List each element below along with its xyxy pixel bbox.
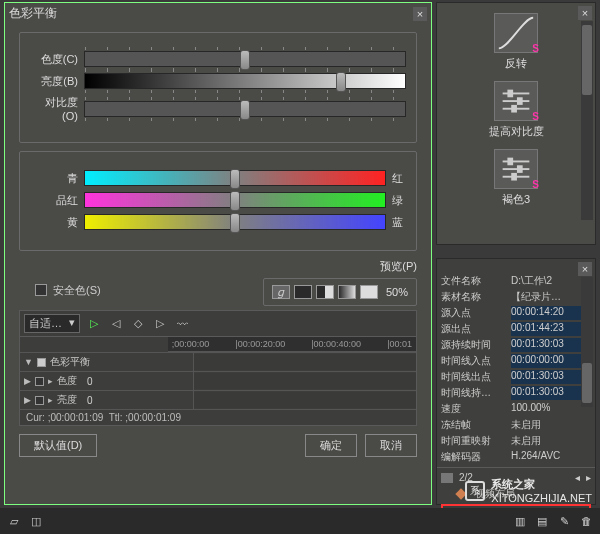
safe-color-label: 安全色(S) xyxy=(53,283,101,298)
expand-icon[interactable]: ▶ xyxy=(24,376,31,386)
info-row: 时间线出点00:01:30:03 xyxy=(437,369,595,385)
fit-dropdown[interactable]: 自适…▾ xyxy=(24,314,80,333)
preset-name: 提高对比度 xyxy=(489,124,544,139)
track-value: 0 xyxy=(87,395,93,406)
track-name: 色度 xyxy=(57,374,77,388)
clip-info-panel: × 文件名称D:\工作\2 素材名称【纪录片… 源入点00:00:14:20 源… xyxy=(436,258,596,505)
svg-rect-11 xyxy=(512,174,516,180)
blue-label: 蓝 xyxy=(386,215,406,230)
default-button[interactable]: 默认值(D) xyxy=(19,434,97,457)
yellow-label: 黄 xyxy=(30,215,84,230)
preset-item[interactable]: S 反转 xyxy=(437,13,595,71)
contrast-thumb[interactable] xyxy=(240,100,250,120)
prev-page-icon[interactable]: ◂ xyxy=(575,472,580,483)
preview-mode-split-icon[interactable] xyxy=(316,285,334,299)
info-row: 速度100.00% xyxy=(437,401,595,417)
diamond-icon xyxy=(455,488,466,499)
yellow-blue-thumb[interactable] xyxy=(230,213,240,233)
info-row: 源持续时间00:01:30:03 xyxy=(437,337,595,353)
prev-key-icon[interactable]: ◁ xyxy=(108,317,124,331)
brightness-thumb[interactable] xyxy=(336,72,346,92)
brightness-slider[interactable] xyxy=(84,73,406,89)
tool-icon[interactable]: ▱ xyxy=(6,514,22,528)
page-icon[interactable] xyxy=(441,473,453,483)
info-row: 时间线持…00:01:30:03 xyxy=(437,385,595,401)
scrollbar-thumb[interactable] xyxy=(582,363,592,403)
info-row: 时间线入点00:00:00:00 xyxy=(437,353,595,369)
next-page-icon[interactable]: ▸ xyxy=(586,472,591,483)
chroma-thumb[interactable] xyxy=(240,50,250,70)
tool-icon[interactable]: ▥ xyxy=(512,514,528,528)
scrollbar[interactable] xyxy=(581,21,593,220)
tool-icon[interactable]: ✎ xyxy=(556,514,572,528)
preview-percent[interactable]: 50% xyxy=(382,286,408,298)
track-row[interactable]: ▼ 色彩平衡 xyxy=(20,353,416,372)
preset-curve-icon: S xyxy=(494,13,538,53)
track-name: 亮度 xyxy=(57,393,77,407)
close-icon[interactable]: × xyxy=(578,6,592,20)
chevron-right-icon[interactable]: ▸ xyxy=(48,395,53,405)
track-checkbox[interactable] xyxy=(37,358,46,367)
info-row: 素材名称【纪录片… xyxy=(437,289,595,305)
close-icon[interactable]: × xyxy=(578,262,592,276)
add-key-icon[interactable]: ◇ xyxy=(130,317,146,331)
timeline-ruler-row[interactable]: x ;00:00:00 |00:00:20:00 |00:00:40:00 |0… xyxy=(20,337,416,353)
svg-rect-10 xyxy=(518,166,522,172)
green-label: 绿 xyxy=(386,193,406,208)
cyan-red-slider[interactable] xyxy=(84,170,386,186)
timeline-ruler[interactable]: ;00:00:00 |00:00:20:00 |00:00:40:00 |00:… xyxy=(168,337,416,352)
chroma-slider[interactable] xyxy=(84,51,406,67)
ruler-tick: |00:00:20:00 xyxy=(235,339,285,349)
preset-name: 褐色3 xyxy=(502,192,530,207)
magenta-label: 品红 xyxy=(30,193,84,208)
yellow-blue-slider[interactable] xyxy=(84,214,386,230)
scrollbar-thumb[interactable] xyxy=(582,25,592,95)
graph-icon[interactable]: 〰 xyxy=(174,317,190,331)
track-value: 0 xyxy=(87,376,93,387)
red-label: 红 xyxy=(386,171,406,186)
preview-mode-fade-icon[interactable] xyxy=(338,285,356,299)
preview-mode-result-icon[interactable] xyxy=(360,285,378,299)
track-row[interactable]: ▶ ▸ 色度 0 xyxy=(20,372,416,391)
video-layout-row[interactable]: 视频布局 xyxy=(437,485,595,503)
keyframe-timeline: x ;00:00:00 |00:00:20:00 |00:00:40:00 |0… xyxy=(19,337,417,426)
tool-icon[interactable]: ◫ xyxy=(28,514,44,528)
yellow-blue-row: 黄 蓝 xyxy=(30,214,406,230)
preview-controls: 安全色(S) ɡ 50% xyxy=(19,278,417,306)
dialog-titlebar[interactable]: 色彩平衡 × xyxy=(5,3,431,24)
magenta-green-thumb[interactable] xyxy=(230,191,240,211)
track-row[interactable]: ▶ ▸ 亮度 0 xyxy=(20,391,416,410)
preset-item[interactable]: S 提高对比度 xyxy=(437,81,595,139)
scrollbar[interactable] xyxy=(581,277,593,407)
expand-icon[interactable]: ▶ xyxy=(24,395,31,405)
svg-rect-4 xyxy=(518,98,522,104)
info-row: 编解码器H.264/AVC xyxy=(437,449,595,465)
tone-panel: 色度(C) 亮度(B) 对比度(O) xyxy=(19,32,417,143)
safe-color-row[interactable]: 安全色(S) xyxy=(35,283,101,298)
trash-icon[interactable]: 🗑 xyxy=(578,514,594,528)
magenta-green-slider[interactable] xyxy=(84,192,386,208)
cyan-red-thumb[interactable] xyxy=(230,169,240,189)
preview-mode-orig-icon[interactable]: ɡ xyxy=(272,285,290,299)
next-key-icon[interactable]: ▷ xyxy=(152,317,168,331)
preset-badge: S xyxy=(532,111,539,122)
presets-panel: × S 反转 S 提高对比度 S 褐色3 xyxy=(436,2,596,245)
safe-color-checkbox[interactable] xyxy=(35,284,47,296)
info-row: 时间重映射未启用 xyxy=(437,433,595,449)
contrast-slider[interactable] xyxy=(84,101,406,117)
ruler-tick: |00:00:40:00 xyxy=(311,339,361,349)
preset-item[interactable]: S 褐色3 xyxy=(437,149,595,207)
preview-mode-full-icon[interactable] xyxy=(294,285,312,299)
ok-button[interactable]: 确定 xyxy=(305,434,357,457)
preset-sliders-icon: S xyxy=(494,149,538,189)
cancel-button[interactable]: 取消 xyxy=(365,434,417,457)
track-checkbox[interactable] xyxy=(35,377,44,386)
chevron-right-icon[interactable]: ▸ xyxy=(48,376,53,386)
track-checkbox[interactable] xyxy=(35,396,44,405)
track-name: 色彩平衡 xyxy=(50,355,90,369)
close-icon[interactable]: × xyxy=(413,7,427,21)
expand-icon[interactable]: ▼ xyxy=(24,357,33,367)
play-icon[interactable]: ▷ xyxy=(86,317,102,331)
dialog-title: 色彩平衡 xyxy=(9,5,413,22)
tool-icon[interactable]: ▤ xyxy=(534,514,550,528)
